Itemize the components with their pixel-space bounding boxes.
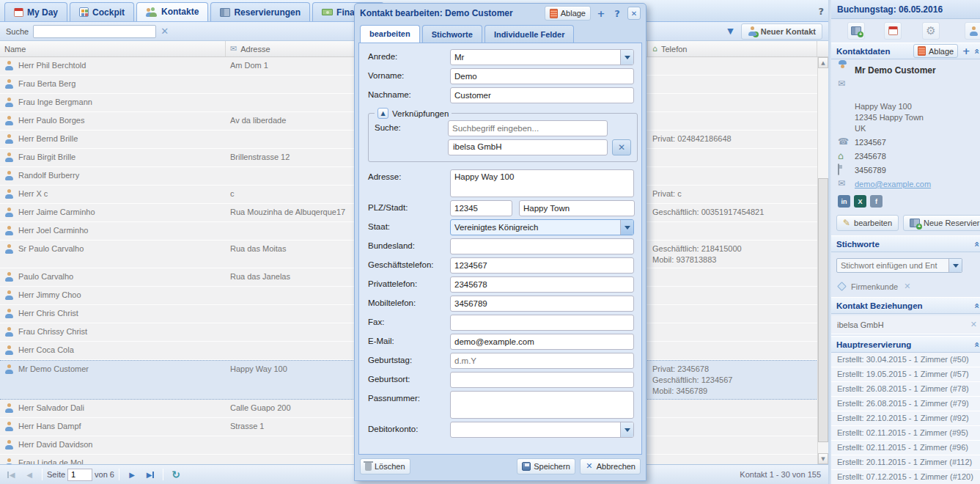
contact-phone-cell xyxy=(648,455,817,464)
new-reservation-button[interactable]: Neue Reservierung xyxy=(903,215,980,231)
tab-reservierungen[interactable]: Reservierungen xyxy=(210,2,310,21)
reservation-item[interactable]: Erstellt: 30.04.2015 - 1 Zimmer (#50) xyxy=(831,353,980,367)
geschaeftstelefon-input[interactable] xyxy=(450,257,634,274)
edit-contact-button[interactable]: ✎ bearbeiten xyxy=(836,215,899,231)
collapse-toggle-icon[interactable]: ▲ xyxy=(377,108,388,119)
fax-input[interactable] xyxy=(450,315,634,331)
linkedin-icon[interactable]: in xyxy=(838,195,850,208)
column-header-name[interactable]: Name xyxy=(0,41,226,56)
mobiltelefon-input[interactable] xyxy=(450,296,634,312)
passnummer-textarea[interactable] xyxy=(450,391,634,419)
nachname-input[interactable] xyxy=(450,87,634,103)
field-anrede: Anrede: xyxy=(368,49,634,65)
xing-icon[interactable]: X xyxy=(854,195,866,208)
tab-cockpit[interactable]: Cockpit xyxy=(70,2,134,21)
collapse-icon[interactable]: « xyxy=(972,241,980,247)
vorname-input[interactable] xyxy=(450,68,634,84)
reservation-item[interactable]: Erstellt: 07.12.2015 - 1 Zimmer (#120) xyxy=(831,470,980,484)
tab-individuelle-felder[interactable]: Individuelle Felder xyxy=(485,25,575,43)
chevron-down-icon[interactable] xyxy=(620,50,633,65)
contact-name-cell: Herr Salvador Dali xyxy=(0,400,226,417)
reservation-item[interactable]: Erstellt: 26.08.2015 - 1 Zimmer (#78) xyxy=(831,382,980,397)
anrede-select[interactable] xyxy=(450,49,634,65)
contact-phone-cell xyxy=(648,342,817,359)
bundesland-input[interactable] xyxy=(450,238,634,254)
tab-kontakte[interactable]: Kontakte xyxy=(136,2,208,21)
stadt-input[interactable] xyxy=(519,200,635,216)
prev-page-button[interactable]: ◀ xyxy=(21,467,37,482)
close-icon[interactable]: ✕ xyxy=(627,7,641,20)
geburtsort-input[interactable] xyxy=(450,372,634,388)
last-page-button[interactable]: ▶ xyxy=(142,467,158,482)
anrede-value[interactable] xyxy=(450,49,634,65)
debitorkonto-select[interactable] xyxy=(450,422,634,438)
new-reservation-icon-button[interactable] xyxy=(847,22,865,40)
ablage-button[interactable]: Ablage xyxy=(913,44,958,58)
staat-select[interactable] xyxy=(450,219,634,235)
remove-tag-icon[interactable]: ✕ xyxy=(904,282,910,291)
relation-row[interactable]: ibelsa GmbH ✕ xyxy=(831,315,980,334)
help-icon[interactable]: ? xyxy=(818,6,824,17)
separator xyxy=(119,469,119,480)
privattelefon-input[interactable] xyxy=(450,276,634,293)
remove-relation-icon[interactable]: ✕ xyxy=(970,320,977,329)
add-icon[interactable]: + xyxy=(595,8,607,19)
chevron-down-icon[interactable] xyxy=(620,220,633,235)
scrollbar-thumb[interactable] xyxy=(818,178,828,442)
contact-card: Mr Demo Customer ✉ Happy Way 100 12345 H… xyxy=(831,59,980,212)
scroll-down-icon[interactable]: ▼ xyxy=(818,453,828,464)
reservation-item[interactable]: Erstellt: 19.05.2015 - 1 Zimmer (#57) xyxy=(831,367,980,382)
collapse-down-icon[interactable]: ▼ xyxy=(724,25,736,37)
tab-stichworte[interactable]: Stichworte xyxy=(422,25,482,43)
chevron-down-icon[interactable] xyxy=(948,259,962,272)
geburtstag-input[interactable] xyxy=(450,353,634,369)
clear-search-icon[interactable]: ✕ xyxy=(161,26,169,37)
add-icon[interactable]: + xyxy=(962,45,970,56)
reservation-item[interactable]: Erstellt: 02.11.2015 - 1 Zimmer (#95) xyxy=(831,426,980,441)
delete-button[interactable]: Löschen xyxy=(360,458,410,474)
tab-bearbeiten[interactable]: bearbeiten xyxy=(360,25,420,43)
first-page-button[interactable]: ◀ xyxy=(3,467,19,482)
search-input[interactable] xyxy=(33,25,156,38)
save-button[interactable]: Speichern xyxy=(517,458,575,474)
next-page-button[interactable]: ▶ xyxy=(124,467,140,482)
contact-phone-cell xyxy=(648,436,817,454)
reservation-item[interactable]: Erstellt: 02.11.2015 - 1 Zimmer (#96) xyxy=(831,441,980,455)
adresse-textarea[interactable]: Happy Way 100 xyxy=(450,169,634,197)
settings-icon-button[interactable]: ⚙ xyxy=(922,22,940,40)
dialog-titlebar[interactable]: Kontakt bearbeiten: Demo Customer Ablage… xyxy=(358,4,642,23)
keyword-combo[interactable] xyxy=(836,258,962,273)
help-icon[interactable]: ? xyxy=(611,8,623,19)
refresh-icon[interactable]: ↻ xyxy=(168,467,184,482)
keyword-input[interactable] xyxy=(836,258,962,273)
plz-input[interactable] xyxy=(450,200,512,216)
person-icon xyxy=(4,244,14,254)
contact-name: Herr David Davidson xyxy=(18,440,92,449)
remove-link-icon[interactable]: ✕ xyxy=(612,139,631,155)
verknuepfung-search-input[interactable] xyxy=(448,120,608,136)
reservation-item[interactable]: Erstellt: 22.10.2015 - 1 Zimmer (#92) xyxy=(831,411,980,426)
collapse-icon[interactable]: « xyxy=(972,48,980,54)
calendar-icon-button[interactable] xyxy=(884,22,902,40)
person-icon xyxy=(4,98,14,107)
cancel-button[interactable]: ✕ Abbrechen xyxy=(580,458,641,474)
collapse-icon[interactable]: « xyxy=(972,303,980,309)
contact-icon-button[interactable] xyxy=(965,22,980,40)
reservation-item[interactable]: Erstellt: 26.08.2015 - 1 Zimmer (#79) xyxy=(831,397,980,411)
chevron-down-icon[interactable] xyxy=(620,422,633,437)
scroll-up-icon[interactable]: ▲ xyxy=(818,57,828,68)
page-input[interactable] xyxy=(67,469,92,481)
facebook-icon[interactable]: f xyxy=(870,195,883,208)
column-header-telefon[interactable]: ⌂ Telefon xyxy=(648,41,817,56)
debitorkonto-value[interactable] xyxy=(450,422,634,438)
ablage-button[interactable]: Ablage xyxy=(545,6,591,21)
collapse-icon[interactable]: « xyxy=(972,342,980,348)
email-input[interactable] xyxy=(450,334,634,350)
email-link[interactable]: demo@example.com xyxy=(855,180,931,188)
new-contact-button[interactable]: + Neuer Kontakt xyxy=(741,23,822,40)
tab-my-day[interactable]: My Day xyxy=(4,2,67,21)
staat-value[interactable] xyxy=(450,219,634,235)
reservation-item[interactable]: Erstellt: 20.11.2015 - 1 Zimmer (#112) xyxy=(831,455,980,470)
contact-phone-mobile-row: 3456789 xyxy=(831,164,980,177)
trash-icon xyxy=(365,463,372,471)
